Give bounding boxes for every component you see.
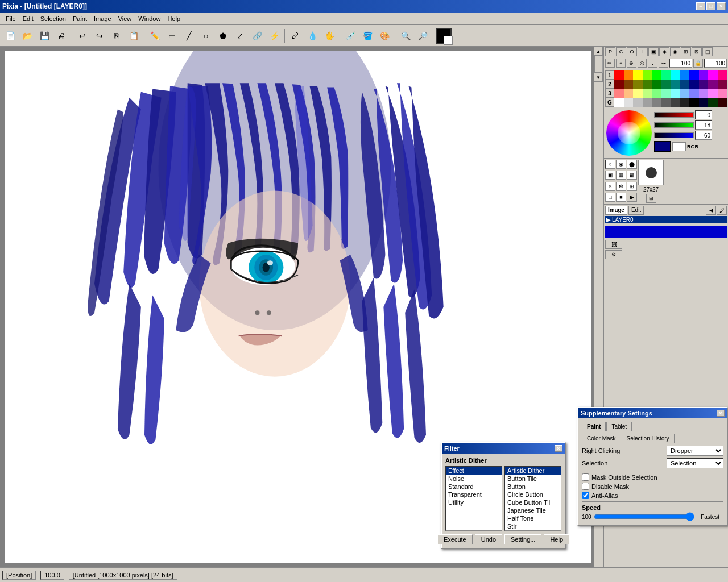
redo-button[interactable]: ↪ — [92, 28, 107, 44]
panel-btn1[interactable]: ▣ — [648, 47, 659, 56]
menu-help[interactable]: Help — [164, 14, 184, 23]
palette-cell[interactable] — [633, 70, 643, 80]
stamp-button[interactable]: 🖊 — [287, 28, 303, 44]
palette-cell[interactable] — [671, 98, 680, 107]
layer-item[interactable]: ▶ LAYER0 — [605, 216, 727, 223]
copy-all-button[interactable]: ⎘ — [109, 28, 125, 44]
brush-2[interactable]: ◉ — [616, 160, 626, 169]
b-value-field[interactable]: 60 — [695, 131, 712, 140]
filter-stir[interactable]: Stir — [505, 522, 561, 530]
panel-c-tab[interactable]: C — [616, 47, 626, 56]
lasso-button[interactable]: 🔗 — [249, 28, 265, 44]
palette-cell[interactable] — [689, 70, 699, 80]
brush-more[interactable]: ▶ — [627, 193, 637, 202]
palette-cell[interactable] — [624, 70, 634, 80]
palette-cell[interactable] — [624, 98, 634, 107]
menu-window[interactable]: Window — [135, 14, 164, 23]
filter-cube-button[interactable]: Cube Button Til — [505, 498, 561, 506]
brush-3[interactable]: ⬤ — [627, 160, 637, 169]
right-clicking-select[interactable]: Dropper — [667, 446, 723, 456]
supp-tab-paint[interactable]: Paint — [582, 422, 606, 431]
palette-cell[interactable] — [652, 98, 661, 107]
color-wheel[interactable] — [606, 110, 652, 156]
g-value-field[interactable]: 18 — [695, 120, 712, 130]
palette-cell[interactable] — [671, 89, 680, 98]
palette-cell[interactable] — [614, 70, 624, 80]
filter-circle-button[interactable]: Circle Button — [505, 490, 561, 498]
tool-opt-1[interactable]: ✏ — [605, 59, 615, 68]
color-swatch[interactable] — [436, 28, 452, 44]
filter-button-tile[interactable]: Button Tile — [505, 475, 561, 483]
palette-cell[interactable] — [643, 98, 652, 107]
layer-ctrl-1[interactable]: ◀ — [706, 206, 716, 215]
undo-button[interactable]: Undo — [475, 534, 502, 544]
palette-cell[interactable] — [614, 80, 624, 89]
palette-cell[interactable] — [689, 89, 699, 98]
blur-button[interactable]: 💧 — [304, 28, 320, 44]
palette-cell[interactable] — [689, 80, 699, 89]
paste-button[interactable]: 📋 — [126, 28, 142, 44]
setting-button[interactable]: Setting... — [504, 534, 541, 544]
rect-button[interactable]: ▭ — [164, 28, 180, 44]
supp-tab-tablet[interactable]: Tablet — [606, 422, 632, 431]
undo-button[interactable]: ↩ — [75, 28, 90, 44]
tool-opt-3[interactable]: ⊕ — [627, 59, 636, 68]
eyedrop-button[interactable]: 💉 — [342, 28, 358, 44]
palette-cell[interactable] — [624, 80, 634, 89]
layer-ctrl-2[interactable]: 🖊 — [717, 206, 727, 215]
minimize-button[interactable]: − — [696, 2, 705, 10]
filter-button[interactable]: Button — [505, 483, 561, 490]
palette-cell[interactable] — [671, 70, 680, 80]
palette-cell[interactable] — [614, 89, 624, 98]
menu-selection[interactable]: Selection — [37, 14, 69, 23]
brush-11[interactable]: ■ — [616, 193, 626, 202]
line-button[interactable]: ╱ — [181, 28, 197, 44]
palette-cell[interactable] — [680, 70, 690, 80]
palette-cell[interactable] — [652, 80, 661, 89]
brush-9[interactable]: ⊞ — [627, 182, 637, 191]
palette-cell[interactable] — [661, 70, 671, 80]
palette-cell[interactable] — [699, 89, 709, 98]
r-value-field[interactable]: 0 — [695, 110, 712, 119]
panel-btn4[interactable]: ⊞ — [681, 47, 691, 56]
disable-mask-checkbox[interactable] — [582, 483, 589, 490]
menu-edit[interactable]: Edit — [19, 14, 37, 23]
size-field-2[interactable] — [704, 59, 727, 68]
tool-opt-2[interactable]: ⌖ — [616, 59, 626, 68]
palette-cell[interactable] — [699, 80, 709, 89]
irregular-button[interactable]: ⬟ — [215, 28, 231, 44]
palette-cell[interactable] — [718, 89, 727, 98]
palette-cell[interactable] — [718, 70, 727, 80]
brush-4[interactable]: ▣ — [605, 171, 615, 180]
palette-cell[interactable] — [708, 98, 718, 107]
palette-cell[interactable] — [661, 80, 671, 89]
brush-8[interactable]: ✼ — [616, 182, 626, 191]
filter-list[interactable]: Artistic Dither Button Tile Button Circl… — [504, 466, 561, 531]
mask-outside-checkbox[interactable] — [582, 473, 589, 481]
palette-cell[interactable] — [708, 70, 718, 80]
palette-cell[interactable] — [671, 80, 680, 89]
zoom-out-button[interactable]: 🔎 — [415, 28, 431, 44]
close-button[interactable]: × — [717, 2, 726, 10]
category-noise[interactable]: Noise — [446, 475, 502, 483]
palette-cell[interactable] — [652, 89, 661, 98]
supp-tab-color-mask[interactable]: Color Mask — [582, 434, 621, 443]
layer-settings-btn[interactable]: ⚙ — [605, 250, 622, 259]
palette-cell[interactable] — [652, 70, 661, 80]
tool-opt-6[interactable]: ⊶ — [659, 59, 668, 68]
help-button[interactable]: Help — [544, 534, 569, 544]
save-button[interactable]: 💾 — [36, 28, 52, 44]
brush-1[interactable]: ○ — [605, 160, 615, 169]
zoom-in-button[interactable]: 🔍 — [398, 28, 413, 44]
panel-btn5[interactable]: ⊠ — [692, 47, 702, 56]
execute-button[interactable]: Execute — [437, 534, 473, 544]
palette-cell[interactable] — [680, 98, 690, 107]
filter-close-button[interactable]: × — [555, 445, 562, 452]
tool-opt-4[interactable]: ◎ — [638, 59, 647, 68]
background-color[interactable] — [672, 142, 686, 151]
panel-btn6[interactable]: ◫ — [702, 47, 713, 56]
filter-artistic-dither[interactable]: Artistic Dither — [505, 467, 561, 475]
palette-cell[interactable] — [718, 98, 727, 107]
fill-button[interactable]: 🪣 — [359, 28, 375, 44]
palette-cell[interactable] — [643, 89, 652, 98]
